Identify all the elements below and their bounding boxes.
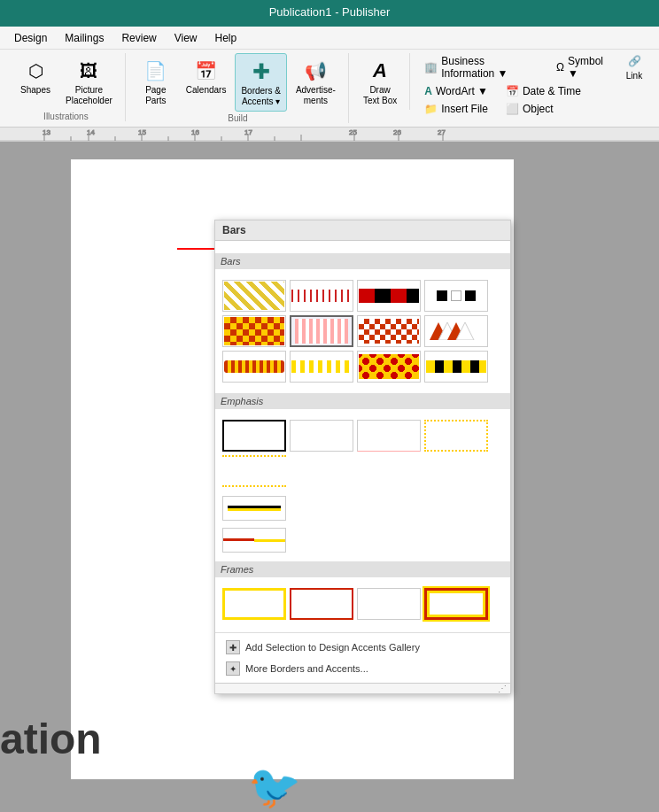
business-info-button[interactable]: 🏢 Business Information ▼ xyxy=(419,53,544,81)
pattern-red-black[interactable] xyxy=(357,280,421,312)
emph-yellow-double-line[interactable] xyxy=(222,496,286,521)
shapes-button[interactable]: ⬡ Shapes xyxy=(14,53,57,110)
date-time-icon: 📅 xyxy=(506,85,519,97)
symbol-icon: Ω xyxy=(556,61,564,73)
advertisements-label: Advertise-ments xyxy=(296,85,336,106)
ribbon-right-row2: A WordArt ▼ 📅 Date & Time xyxy=(419,83,615,99)
title-text: Publication1 - Publisher xyxy=(269,5,391,19)
borders-accents-panel: Bars Bars xyxy=(214,220,511,694)
pattern-black-squares[interactable] xyxy=(424,280,488,312)
panel-scrollable[interactable]: Bars xyxy=(215,241,510,632)
frame-plain[interactable] xyxy=(357,588,421,620)
shapes-label: Shapes xyxy=(20,85,50,96)
menu-view[interactable]: View xyxy=(167,30,205,46)
emph-yellow-dots2[interactable] xyxy=(222,455,286,487)
svg-text:27: 27 xyxy=(438,128,446,136)
emph-plain2[interactable] xyxy=(357,420,421,452)
pattern-red-lines[interactable] xyxy=(290,280,353,312)
borders-icon: ✚ xyxy=(247,58,275,86)
svg-text:26: 26 xyxy=(393,128,401,136)
canvas-ation-text: ation xyxy=(0,715,102,763)
pattern-checker[interactable] xyxy=(222,315,286,347)
draw-text-box-button[interactable]: A DrawText Box xyxy=(358,53,402,110)
svg-text:16: 16 xyxy=(191,128,199,136)
business-info-label: Business Information ▼ xyxy=(441,55,539,80)
ribbon-group-build: 📄 PageParts 📅 Calendars ✚ Borders &Accen… xyxy=(128,53,349,123)
page-parts-button[interactable]: 📄 PageParts xyxy=(135,53,177,112)
menu-bar: Design Mailings Review View Help xyxy=(0,27,659,50)
symbol-label: Symbol ▼ xyxy=(568,55,609,80)
link-icon: 🔗 xyxy=(628,55,641,67)
menu-help[interactable]: Help xyxy=(208,30,244,46)
emph-red-yellow-double-line[interactable] xyxy=(222,528,286,553)
emph-line-row1 xyxy=(222,496,503,521)
frame-red-yellow[interactable] xyxy=(424,588,488,620)
title-bar: Publication1 - Publisher xyxy=(0,0,659,27)
svg-text:13: 13 xyxy=(43,128,50,136)
frames-section-label: Frames xyxy=(215,561,510,577)
svg-rect-0 xyxy=(0,128,659,142)
menu-review[interactable]: Review xyxy=(114,30,163,46)
shapes-icon: ⬡ xyxy=(21,57,50,85)
link-button[interactable]: 🔗 Link xyxy=(616,53,652,82)
svg-text:25: 25 xyxy=(349,128,357,136)
add-selection-button[interactable]: ✚ Add Selection to Design Accents Galler… xyxy=(222,637,503,658)
pattern-dots[interactable] xyxy=(357,351,421,383)
illustrations-buttons: ⬡ Shapes 🖼 PicturePlaceholder xyxy=(14,53,118,110)
pattern-diamonds[interactable] xyxy=(222,280,286,312)
menu-mailings[interactable]: Mailings xyxy=(58,30,111,46)
picture-icon: 🖼 xyxy=(74,57,103,85)
main-area: e ation 🐦 Bars Bars xyxy=(0,142,659,812)
link-label: Link xyxy=(626,71,642,81)
frames-pattern-grid xyxy=(222,588,503,620)
wordart-label: WordArt ▼ xyxy=(436,85,488,97)
more-borders-button[interactable]: ✦ More Borders and Accents... xyxy=(222,658,503,679)
calendars-label: Calendars xyxy=(186,85,227,96)
emph-black-border[interactable] xyxy=(222,420,286,452)
emph-line-row2 xyxy=(222,528,503,553)
ribbon-right-row3: 📁 Insert File ⬜ Object xyxy=(419,101,615,117)
advertisements-button[interactable]: 📢 Advertise-ments xyxy=(291,53,341,112)
svg-text:14: 14 xyxy=(87,128,95,136)
object-button[interactable]: ⬜ Object xyxy=(500,101,559,117)
ribbon-right-row1: 🏢 Business Information ▼ Ω Symbol ▼ xyxy=(419,53,615,81)
advertisements-icon: 📢 xyxy=(301,57,330,85)
emph-plain[interactable] xyxy=(290,420,353,452)
wordart-icon: A xyxy=(424,85,432,97)
draw-text-box-icon: A xyxy=(366,57,394,85)
pattern-checker2[interactable]: Diamond Line xyxy=(357,315,421,347)
pattern-yellow-lines[interactable] xyxy=(290,351,353,383)
borders-accents-button[interactable]: ✚ Borders &Accents ▾ xyxy=(235,53,286,112)
object-icon: ⬜ xyxy=(506,103,519,115)
calendars-button[interactable]: 📅 Calendars xyxy=(181,53,232,112)
add-selection-icon: ✚ xyxy=(226,640,240,654)
date-time-button[interactable]: 📅 Date & Time xyxy=(500,83,586,99)
insert-file-button[interactable]: 📁 Insert File xyxy=(419,101,493,117)
pattern-pink-lines[interactable] xyxy=(290,315,353,347)
emphasis-pattern-grid xyxy=(222,420,503,487)
frame-red[interactable] xyxy=(290,588,353,620)
more-borders-icon: ✦ xyxy=(226,661,240,676)
panel-footer: ✚ Add Selection to Design Accents Galler… xyxy=(215,632,510,683)
pattern-wavy[interactable] xyxy=(222,351,286,383)
picture-label: PicturePlaceholder xyxy=(66,85,112,106)
canvas-bird: 🐦 xyxy=(248,762,301,812)
bars-pattern-grid: Diamond Line xyxy=(222,280,503,383)
build-buttons: 📄 PageParts 📅 Calendars ✚ Borders &Accen… xyxy=(135,53,341,112)
build-group-label: Build xyxy=(228,113,247,123)
svg-text:17: 17 xyxy=(244,128,252,136)
pattern-triangles[interactable] xyxy=(424,315,488,347)
emph-yellow-dots[interactable] xyxy=(424,420,488,452)
ruler-marks: 13 14 15 16 17 25 26 27 xyxy=(0,128,659,141)
insert-file-label: Insert File xyxy=(441,103,488,115)
pattern-yellow-black[interactable] xyxy=(424,351,488,383)
frame-yellow[interactable] xyxy=(222,588,286,620)
picture-placeholder-button[interactable]: 🖼 PicturePlaceholder xyxy=(60,53,118,110)
ruler: 13 14 15 16 17 25 26 27 xyxy=(0,128,659,142)
menu-design[interactable]: Design xyxy=(7,30,54,46)
symbol-button[interactable]: Ω Symbol ▼ xyxy=(551,53,615,81)
draw-text-box-label: DrawText Box xyxy=(363,85,397,106)
page-parts-icon: 📄 xyxy=(142,57,170,85)
svg-text:15: 15 xyxy=(138,128,146,136)
wordart-button[interactable]: A WordArt ▼ xyxy=(419,83,493,99)
